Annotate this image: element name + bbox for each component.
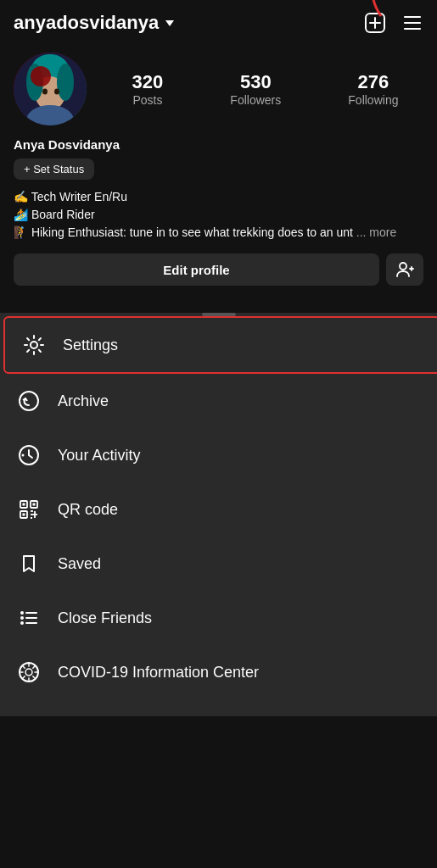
menu-item-archive[interactable]: Archive	[0, 374, 437, 428]
bio-line-2: 🏄 Board Rider	[14, 208, 95, 221]
display-name: Anya Dosvidanya	[14, 137, 423, 152]
settings-label: Settings	[63, 337, 118, 354]
create-button[interactable]	[364, 12, 386, 34]
svg-point-19	[31, 342, 37, 348]
svg-line-45	[22, 665, 25, 668]
followers-label: Followers	[230, 93, 281, 107]
set-status-button[interactable]: + Set Status	[14, 159, 94, 180]
username-label: anyadosvidanya	[14, 12, 159, 34]
header-left: anyadosvidanya	[14, 12, 174, 34]
bio: ✍️ Tech Writer En/Ru 🏄 Board Rider 🧗 Hik…	[14, 188, 423, 242]
avatar[interactable]	[14, 53, 87, 125]
stat-following[interactable]: 276 Following	[348, 71, 398, 107]
svg-point-34	[20, 616, 24, 620]
svg-rect-28	[23, 514, 25, 516]
menu-item-settings[interactable]: Settings	[3, 316, 437, 374]
saved-label: Saved	[58, 555, 101, 573]
svg-point-15	[54, 89, 59, 95]
svg-point-33	[20, 611, 24, 615]
menu-sheet: Settings Archive Your Activity	[0, 313, 437, 716]
archive-icon	[17, 389, 41, 413]
followers-count: 530	[240, 71, 272, 93]
following-label: Following	[348, 93, 398, 107]
stat-posts[interactable]: 320 Posts	[132, 71, 164, 107]
menu-item-covid[interactable]: COVID-19 Information Center	[0, 645, 437, 699]
menu-item-saved[interactable]: Saved	[0, 537, 437, 591]
profile-section: 320 Posts 530 Followers 276 Following An…	[0, 42, 437, 306]
bio-line-3: 🧗 Hiking Enthusiast: tune in to see what…	[14, 225, 353, 239]
bookmark-icon	[17, 552, 41, 576]
action-row: Edit profile	[14, 253, 423, 286]
menu-button[interactable]	[401, 12, 423, 34]
svg-point-22	[22, 454, 25, 457]
svg-line-48	[22, 676, 25, 679]
menu-item-qr-code[interactable]: QR code	[0, 482, 437, 537]
svg-line-46	[33, 676, 36, 679]
activity-icon	[17, 443, 41, 467]
svg-point-20	[20, 392, 38, 410]
svg-point-13	[31, 66, 51, 86]
svg-rect-27	[33, 504, 36, 506]
svg-point-14	[42, 89, 48, 95]
edit-profile-button[interactable]: Edit profile	[14, 253, 379, 286]
bio-more[interactable]: ... more	[356, 225, 396, 239]
list-icon	[17, 606, 41, 630]
posts-count: 320	[132, 71, 164, 93]
covid-label: COVID-19 Information Center	[58, 664, 259, 682]
svg-point-12	[57, 64, 74, 101]
set-status-label: + Set Status	[24, 163, 84, 175]
header: anyadosvidanya	[0, 0, 437, 42]
svg-point-40	[25, 669, 32, 676]
archive-label: Archive	[58, 392, 109, 410]
header-icons	[364, 12, 423, 34]
svg-line-47	[33, 665, 36, 668]
bio-line-1: ✍️ Tech Writer En/Ru	[14, 190, 127, 203]
profile-row: 320 Posts 530 Followers 276 Following	[14, 53, 423, 125]
your-activity-label: Your Activity	[58, 447, 140, 465]
posts-label: Posts	[132, 93, 162, 107]
svg-point-16	[400, 263, 406, 270]
add-user-button[interactable]	[386, 253, 423, 286]
gear-icon	[22, 333, 46, 357]
close-friends-label: Close Friends	[58, 609, 152, 627]
stat-followers[interactable]: 530 Followers	[230, 71, 281, 107]
qr-icon	[17, 498, 41, 521]
menu-item-close-friends[interactable]: Close Friends	[0, 591, 437, 645]
menu-item-your-activity[interactable]: Your Activity	[0, 428, 437, 482]
svg-rect-26	[23, 504, 25, 506]
following-count: 276	[358, 71, 389, 93]
chevron-down-icon[interactable]	[165, 20, 174, 26]
stats-row: 320 Posts 530 Followers 276 Following	[107, 71, 423, 107]
qr-code-label: QR code	[58, 501, 118, 519]
info-icon	[17, 660, 41, 684]
annotation-container	[401, 12, 423, 34]
svg-point-35	[20, 621, 24, 625]
